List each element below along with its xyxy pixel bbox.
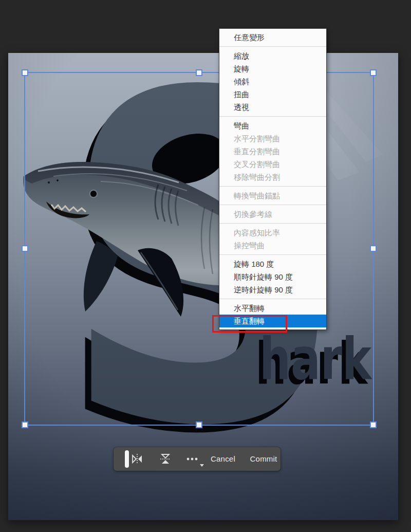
- transform-handle-top-right[interactable]: [370, 69, 377, 76]
- menu-separator: [219, 46, 326, 47]
- menu-item[interactable]: 扭曲: [219, 88, 326, 101]
- context-menu: 任意變形縮放旋轉傾斜扭曲透視彎曲水平分割彎曲垂直分割彎曲交叉分割彎曲移除彎曲分割…: [219, 28, 327, 330]
- transform-handle-bottom-right[interactable]: [370, 421, 377, 428]
- menu-separator: [219, 299, 326, 299]
- menu-item[interactable]: 縮放: [219, 49, 326, 62]
- menu-item: 內容感知比率: [219, 226, 326, 239]
- menu-item: 水平分割彎曲: [219, 132, 326, 145]
- chevron-down-icon[interactable]: [200, 464, 204, 467]
- menu-item[interactable]: 旋轉 180 度: [219, 258, 326, 270]
- menu-item: 轉換彎曲錨點: [219, 189, 326, 202]
- menu-item: 操控彎曲: [219, 239, 326, 252]
- menu-item[interactable]: 任意變形: [219, 31, 326, 44]
- more-options-icon[interactable]: [185, 452, 199, 466]
- flip-horizontal-icon[interactable]: [130, 452, 144, 466]
- menu-item[interactable]: 水平翻轉: [219, 302, 326, 315]
- transform-handle-top-middle[interactable]: [196, 69, 202, 76]
- menu-separator: [219, 116, 326, 117]
- transform-options-bar: Cancel Commit: [114, 447, 281, 471]
- menu-item: 移除彎曲分割: [219, 171, 326, 184]
- menu-item[interactable]: 垂直翻轉: [219, 315, 326, 327]
- flip-vertical-icon[interactable]: [159, 452, 172, 466]
- transform-handle-bottom-left[interactable]: [22, 421, 28, 428]
- menu-separator: [219, 254, 326, 255]
- menu-item[interactable]: 透視: [219, 101, 326, 114]
- menu-separator: [219, 223, 326, 224]
- menu-separator: [219, 205, 326, 205]
- cancel-button[interactable]: Cancel: [210, 447, 236, 471]
- menu-item[interactable]: 彎曲: [219, 119, 326, 132]
- transform-handle-middle-left[interactable]: [22, 245, 28, 252]
- menu-item[interactable]: 順時針旋轉 90 度: [219, 270, 326, 283]
- application-window: { "window": { "background": "#272727" },…: [0, 0, 411, 532]
- menu-separator: [219, 186, 326, 187]
- transform-handle-middle-right[interactable]: [370, 245, 377, 252]
- menu-item[interactable]: 旋轉: [219, 62, 326, 75]
- transform-handle-top-left[interactable]: [22, 69, 28, 76]
- commit-button[interactable]: Commit: [248, 447, 279, 471]
- drag-handle[interactable]: [125, 450, 129, 468]
- menu-item[interactable]: 逆時針旋轉 90 度: [219, 283, 326, 296]
- menu-item[interactable]: 傾斜: [219, 75, 326, 88]
- transform-handle-bottom-middle[interactable]: [196, 421, 202, 428]
- menu-item: 切換參考線: [219, 208, 326, 221]
- menu-item: 交叉分割彎曲: [219, 158, 326, 171]
- menu-item: 垂直分割彎曲: [219, 145, 326, 158]
